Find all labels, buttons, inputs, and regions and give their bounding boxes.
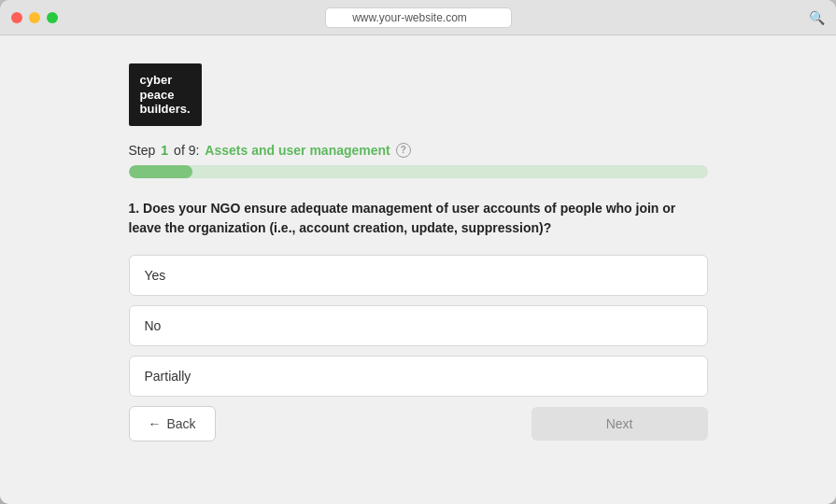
close-button[interactable] — [11, 12, 22, 23]
logo: cyber peace builders. — [129, 63, 202, 126]
maximize-button[interactable] — [47, 12, 58, 23]
option-partially[interactable]: Partially — [129, 356, 708, 397]
minimize-button[interactable] — [29, 12, 40, 23]
option-yes[interactable]: Yes — [129, 255, 708, 296]
logo-line1: cyber — [140, 73, 191, 88]
step-prefix: Step — [129, 143, 156, 158]
next-button[interactable]: Next — [531, 407, 708, 441]
help-icon[interactable]: ? — [396, 143, 411, 158]
url-text: www.your-website.com — [352, 11, 467, 24]
browser-window: www.your-website.com 🔍 cyber peace build… — [0, 0, 836, 504]
question-body: Does your NGO ensure adequate management… — [129, 201, 676, 235]
step-of: of 9: — [174, 143, 199, 158]
nav-buttons: ← Back Next — [129, 406, 708, 441]
next-label: Next — [606, 416, 633, 431]
question-text: 1. Does your NGO ensure adequate managem… — [129, 199, 708, 238]
browser-content: cyber peace builders. Step 1 of 9: Asset… — [0, 35, 836, 504]
back-arrow: ← — [149, 416, 162, 431]
browser-search-icon[interactable]: 🔍 — [809, 10, 825, 25]
question-number: 1. — [129, 201, 140, 216]
back-label: Back — [167, 416, 196, 431]
step-number: 1 — [161, 143, 168, 158]
options-list: Yes No Partially — [129, 255, 708, 397]
address-bar[interactable]: www.your-website.com — [325, 7, 512, 28]
page-inner: cyber peace builders. Step 1 of 9: Asset… — [129, 63, 708, 441]
progress-bar-fill — [129, 165, 192, 178]
option-no[interactable]: No — [129, 305, 708, 346]
step-name: Assets and user management — [205, 143, 390, 158]
step-label: Step 1 of 9: Assets and user management … — [129, 143, 708, 158]
browser-titlebar: www.your-website.com 🔍 — [0, 0, 836, 35]
logo-line2: peace — [140, 88, 191, 103]
back-button[interactable]: ← Back — [129, 406, 216, 441]
logo-line3: builders. — [140, 102, 191, 117]
progress-bar-container — [129, 165, 708, 178]
